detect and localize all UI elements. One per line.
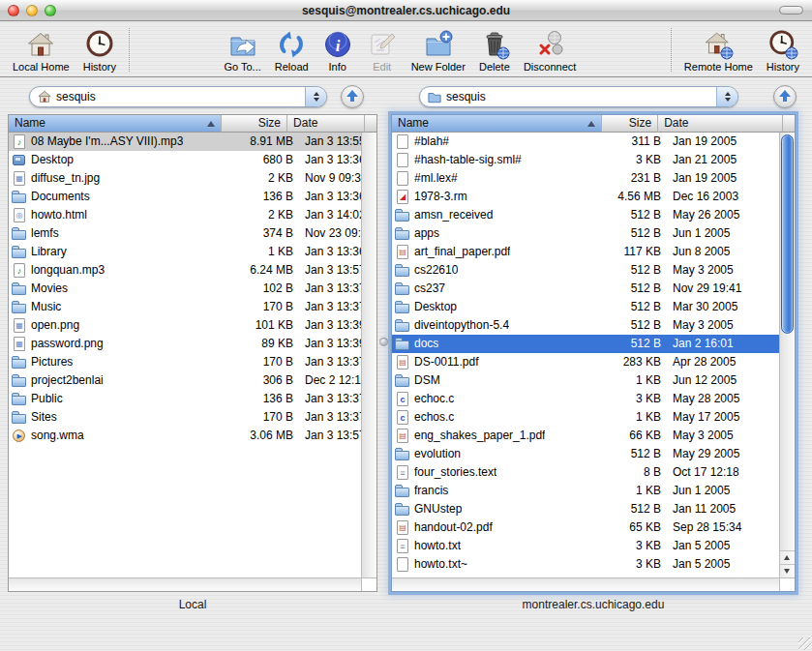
scroll-up-button[interactable] — [780, 550, 795, 564]
file-row[interactable]: amsn_received512 BMay 26 2005 — [392, 206, 779, 224]
file-date: Jan 3 13:37 — [299, 408, 361, 427]
pane-splitter-handle[interactable] — [379, 338, 388, 346]
file-row[interactable]: #blah#311 BJan 19 2005 — [392, 133, 779, 151]
toolbar-disconnect-button[interactable]: Disconnect — [517, 29, 583, 73]
toolbar-history-button[interactable]: History — [76, 29, 123, 73]
column-header-date[interactable]: Date — [658, 115, 783, 133]
toolbar-info-button[interactable]: iInfo — [316, 29, 360, 73]
toolbar-delete-button[interactable]: Delete — [472, 29, 517, 73]
file-row[interactable]: francis1 KBJun 1 2005 — [392, 482, 779, 500]
local-file-list: 08 Maybe I'm...ASY VIII).mp38.91 MBJan 3… — [9, 133, 361, 577]
file-row[interactable]: Sites170 BJan 3 13:37 — [9, 408, 361, 427]
toolbar-toggle-button[interactable] — [779, 6, 803, 15]
file-row[interactable]: art_final_paper.pdf117 KBJun 8 2005 — [392, 243, 779, 261]
remote-path-popup[interactable]: sesquis — [419, 86, 738, 107]
file-row[interactable]: 1978-3.rm4.56 MBDec 16 2003 — [392, 188, 779, 206]
file-row[interactable]: echos.c1 KBMay 17 2005 — [392, 408, 779, 427]
toolbar-label: History — [83, 61, 116, 73]
file-row[interactable]: Public136 BJan 3 13:37 — [9, 390, 361, 408]
close-button[interactable] — [8, 5, 19, 16]
file-row[interactable]: DSM1 KBJun 12 2005 — [392, 371, 779, 390]
toolbar-reload-button[interactable]: Reload — [268, 29, 316, 73]
file-row[interactable]: diveintopython-5.4512 BMay 3 2005 — [392, 316, 779, 335]
file-row[interactable]: howto.txt~3 KBJan 5 2005 — [392, 555, 779, 574]
file-row[interactable]: lemfs374 BNov 23 09:33 — [9, 224, 361, 243]
file-size: 231 B — [609, 169, 667, 188]
file-row[interactable]: Desktop680 BJan 3 13:36 — [9, 151, 361, 169]
toolbar-goto-button[interactable]: Go To... — [217, 29, 267, 73]
file-row[interactable]: handout-02.pdf65 KBSep 28 15:34 — [392, 518, 779, 537]
folder-icon — [12, 354, 27, 370]
minimize-button[interactable] — [26, 5, 38, 16]
file-date: Jun 1 2005 — [667, 224, 779, 243]
remote-horizontal-scrollbar[interactable] — [392, 577, 779, 591]
file-row[interactable]: cs22610512 BMay 3 2005 — [392, 261, 779, 280]
file-row[interactable]: howto.txt3 KBJan 5 2005 — [392, 537, 779, 555]
file-row[interactable]: docs512 BJan 2 16:01 — [392, 335, 779, 353]
local-horizontal-scrollbar[interactable] — [9, 577, 361, 591]
toolbar-local-home-button[interactable]: Local Home — [6, 29, 76, 73]
file-row[interactable]: 08 Maybe I'm...ASY VIII).mp38.91 MBJan 3… — [9, 133, 361, 151]
file-row[interactable]: Documents136 BJan 3 13:36 — [9, 188, 361, 206]
column-header-size[interactable]: Size — [602, 115, 658, 133]
toolbar-remote-history-button[interactable]: History — [760, 29, 806, 73]
scrollbar-thumb[interactable] — [781, 134, 794, 334]
file-name-cell: howto.html — [9, 206, 230, 224]
popup-arrows-icon — [716, 87, 737, 106]
file-row[interactable]: four_stories.text8 BOct 17 12:18 — [392, 463, 779, 482]
file-name-cell: francis — [392, 482, 609, 500]
file-row[interactable]: evolution512 BMay 29 2005 — [392, 445, 779, 463]
file-date: Jan 3 14:02 — [299, 206, 361, 224]
local-vertical-scrollbar[interactable] — [361, 133, 376, 577]
file-size: 3.06 MB — [230, 427, 299, 445]
file-row[interactable]: #hash-table-sig.sml#3 KBJan 21 2005 — [392, 151, 779, 169]
image-file-icon — [12, 336, 27, 352]
toolbar-label: Remote Home — [684, 61, 753, 73]
file-row[interactable]: Pictures170 BJan 3 13:37 — [9, 353, 361, 371]
file-row[interactable]: #ml.lex#231 BJan 19 2005 — [392, 169, 779, 188]
file-row[interactable]: project2benlai306 BDec 2 12:15 — [9, 371, 361, 390]
file-row[interactable]: password.png89 KBJan 3 13:39 — [9, 335, 361, 353]
file-row[interactable]: song.wma3.06 MBJan 3 13:57 — [9, 427, 361, 445]
toolbar-label: Info — [328, 61, 346, 73]
toolbar-label: Local Home — [13, 61, 70, 73]
delete-icon — [479, 29, 510, 60]
file-row[interactable]: Desktop512 BMar 30 2005 — [392, 298, 779, 316]
file-row[interactable]: Library1 KBJan 3 13:36 — [9, 243, 361, 261]
column-header-date[interactable]: Date — [287, 115, 365, 133]
file-size: 512 B — [609, 280, 667, 298]
toolbar-remote-group: Remote HomeHistory — [677, 29, 806, 73]
local-path-popup[interactable]: sesquis — [29, 86, 327, 107]
file-row[interactable]: eng_shakes_paper_1.pdf66 KBMay 3 2005 — [392, 427, 779, 445]
new-folder-icon — [423, 29, 454, 60]
column-header-name[interactable]: Name — [392, 115, 602, 133]
file-row[interactable]: echoc.c3 KBMay 28 2005 — [392, 390, 779, 408]
file-row[interactable]: DS-0011.pdf283 KBApr 28 2005 — [392, 353, 779, 371]
remote-up-button[interactable] — [773, 85, 797, 108]
file-row[interactable]: GNUstep512 BJan 11 2005 — [392, 500, 779, 518]
file-row[interactable]: diffuse_tn.jpg2 KBNov 9 09:34 — [9, 169, 361, 188]
file-date: May 29 2005 — [667, 445, 779, 463]
file-date: Jan 11 2005 — [667, 500, 779, 518]
file-row[interactable]: open.png101 KBJan 3 13:39 — [9, 316, 361, 335]
file-row[interactable]: cs237512 BNov 29 19:41 — [392, 280, 779, 298]
file-size: 2 KB — [230, 206, 299, 224]
zoom-button[interactable] — [45, 5, 56, 16]
file-row[interactable]: apps512 BJun 1 2005 — [392, 224, 779, 243]
file-row[interactable]: Music170 BJan 3 13:37 — [9, 298, 361, 316]
remote-vertical-scrollbar[interactable] — [779, 133, 795, 577]
toolbar-separator — [129, 28, 130, 72]
file-row[interactable]: longquan.mp36.24 MBJan 3 13:57 — [9, 261, 361, 280]
column-header-size[interactable]: Size — [222, 115, 287, 133]
file-name-cell: Library — [9, 243, 230, 261]
column-header-name[interactable]: Name — [9, 115, 222, 133]
local-up-button[interactable] — [341, 85, 364, 108]
file-row[interactable]: Movies102 BJan 3 13:37 — [9, 280, 361, 298]
toolbar-remote-home-button[interactable]: Remote Home — [677, 29, 760, 73]
resize-grip[interactable] — [798, 637, 811, 650]
toolbar-edit-button[interactable]: Edit — [360, 29, 405, 73]
scroll-down-button[interactable] — [780, 564, 795, 577]
file-row[interactable]: howto.html2 KBJan 3 14:02 — [9, 206, 361, 224]
toolbar-new-folder-button[interactable]: New Folder — [405, 29, 472, 73]
file-date: Jan 3 13:37 — [299, 353, 361, 371]
